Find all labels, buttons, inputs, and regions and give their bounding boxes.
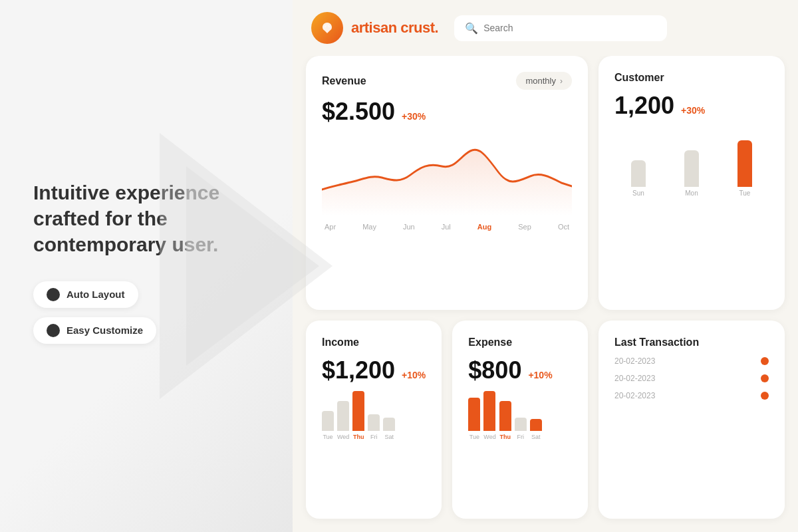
revenue-card: Revenue monthly › $2.500 +30% (306, 56, 588, 310)
chart-label-apr: Apr (325, 223, 336, 231)
customer-card: Customer 1,200 +30% Sun Mon Tue (598, 56, 785, 310)
expense-bar-sat: Sat (530, 419, 542, 440)
monthly-button[interactable]: monthly › (516, 72, 572, 90)
income-bar-tue: Tue (322, 411, 334, 440)
expense-bar-wed: Wed (483, 391, 495, 440)
bar-label-sun: Sun (632, 190, 644, 197)
last-transaction-card: Last Transaction 20-02-2023 20-02-2023 2… (598, 321, 785, 519)
transaction-dot-2 (761, 374, 769, 382)
transaction-item-1: 20-02-2023 (614, 356, 769, 366)
transaction-item-2: 20-02-2023 (614, 374, 769, 383)
revenue-value-row: $2.500 +30% (322, 98, 572, 126)
transaction-date-3: 20-02-2023 (614, 391, 655, 400)
chart-label-jun: Jun (403, 223, 415, 231)
logo-area: artisan crust. (311, 12, 438, 44)
income-bar-wed: Wed (337, 401, 349, 440)
revenue-line-chart: Apr May Jun Jul Aug Sep Oct (322, 136, 572, 231)
easy-customize-badge: Easy Customize (33, 317, 156, 344)
monthly-label: monthly (525, 76, 556, 86)
revenue-card-header: Revenue monthly › (322, 72, 572, 90)
auto-layout-badge: Auto Layout (33, 281, 138, 308)
customer-badge: +30% (681, 105, 705, 116)
revenue-amount: $2.500 (322, 98, 395, 126)
bar-tue (737, 140, 752, 187)
customer-value-row: 1,200 +30% (614, 92, 769, 120)
chart-label-oct: Oct (558, 223, 569, 231)
income-bar-fri: Fri (368, 414, 380, 440)
bar-group-sun: Sun (614, 160, 662, 197)
expense-amount: $800 (468, 356, 521, 384)
bar-group-mon: Mon (668, 150, 716, 197)
search-input[interactable] (483, 23, 656, 33)
bottom-row: Income $1,200 +10% Tue Wed (306, 321, 588, 519)
customer-amount: 1,200 (614, 92, 674, 120)
customer-title: Customer (614, 72, 664, 84)
expense-card: Expense $800 +10% Tue Wed (452, 321, 588, 519)
income-card-header: Income (322, 336, 426, 348)
chart-label-jul: Jul (442, 223, 451, 231)
header: artisan crust. 🔍 (293, 0, 798, 56)
expense-badge: +10% (528, 370, 552, 380)
bar-label-tue: Tue (739, 190, 751, 197)
expense-card-header: Expense (468, 336, 572, 348)
chart-label-aug: Aug (477, 223, 491, 231)
logo-name: artisan crust. (351, 19, 438, 37)
chart-labels: Apr May Jun Jul Aug Sep Oct (322, 223, 572, 231)
expense-bar-chart: Tue Wed Thu Fri (468, 394, 572, 440)
income-title: Income (322, 336, 359, 348)
bar-sun (631, 160, 646, 187)
customer-bar-chart: Sun Mon Tue (614, 130, 769, 197)
dashboard-panel: artisan crust. 🔍 Revenue monthly › $2.50… (293, 0, 798, 532)
dot-icon-2 (47, 324, 60, 337)
revenue-title: Revenue (322, 75, 366, 87)
transaction-item-3: 20-02-2023 (614, 391, 769, 400)
transaction-list: 20-02-2023 20-02-2023 20-02-2023 (614, 356, 769, 400)
transaction-date-1: 20-02-2023 (614, 356, 655, 366)
income-value-row: $1,200 +10% (322, 356, 426, 384)
customer-card-header: Customer (614, 72, 769, 84)
auto-layout-label: Auto Layout (66, 289, 125, 300)
expense-title: Expense (468, 336, 512, 348)
bar-mon (684, 150, 699, 187)
revenue-badge: +30% (402, 111, 426, 122)
transaction-dot-3 (761, 392, 769, 400)
dot-icon (47, 288, 60, 301)
chart-label-sep: Sep (518, 223, 531, 231)
chevron-right-icon: › (560, 76, 563, 86)
income-bar-sat: Sat (383, 418, 395, 440)
last-transaction-title: Last Transaction (614, 336, 699, 348)
search-icon: 🔍 (465, 22, 478, 35)
easy-customize-label: Easy Customize (66, 325, 143, 336)
income-bar-thu: Thu (352, 391, 364, 440)
income-badge: +10% (402, 370, 426, 380)
transaction-date-2: 20-02-2023 (614, 374, 655, 383)
income-amount: $1,200 (322, 356, 395, 384)
bar-group-tue: Tue (721, 140, 769, 197)
logo-icon (311, 12, 343, 44)
expense-bar-thu: Thu (499, 401, 511, 440)
transaction-dot-1 (761, 357, 769, 365)
dashboard-content: Revenue monthly › $2.500 +30% (293, 56, 798, 532)
expense-bar-fri: Fri (515, 418, 527, 440)
bar-label-mon: Mon (685, 190, 698, 197)
expense-bar-tue: Tue (468, 398, 480, 440)
income-card: Income $1,200 +10% Tue Wed (306, 321, 442, 519)
chart-label-may: May (362, 223, 376, 231)
expense-value-row: $800 +10% (468, 356, 572, 384)
left-panel: Intuitive experience crafted for the con… (0, 0, 293, 532)
income-bar-chart: Tue Wed Thu Fri (322, 394, 426, 440)
search-bar[interactable]: 🔍 (454, 15, 667, 41)
